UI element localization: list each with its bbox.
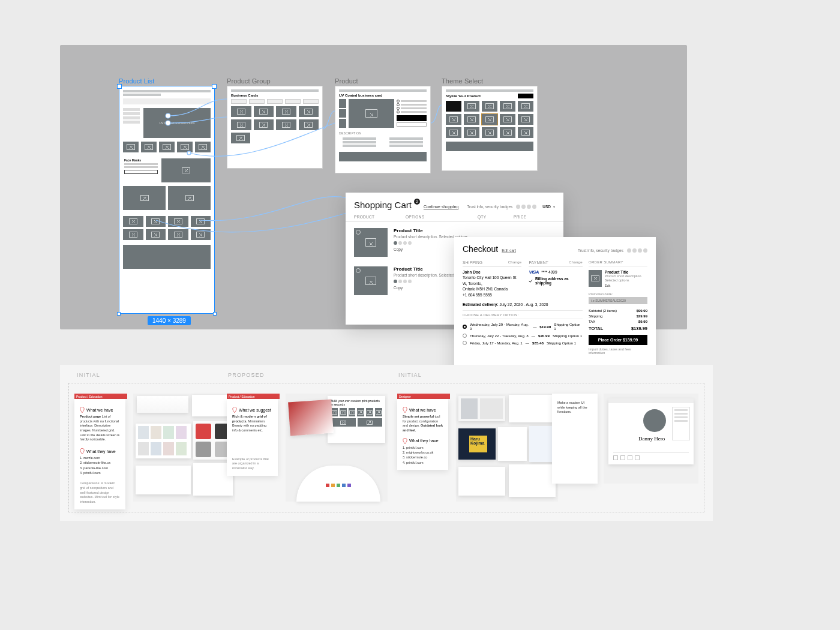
delivery-header: CHOOSE A DELIVERY OPTION: — [463, 310, 583, 319]
delivery-option[interactable]: Wednesday, July 29 - Monday, Aug. 9—$19.… — [463, 322, 583, 331]
proposed-designer-tile: Danny Hero — [604, 394, 698, 484]
frame-label-product-list[interactable]: Product List — [119, 77, 154, 85]
shipping-phone: +1 604 555 5555 — [463, 293, 492, 297]
change-payment-link[interactable]: Change — [569, 260, 583, 265]
cart-item-title: Product Title — [394, 228, 468, 233]
edit-product-link[interactable]: Edit — [605, 284, 647, 287]
radio-icon — [463, 334, 467, 338]
change-shipping-link[interactable]: Change — [508, 260, 522, 265]
shipping-addr2: Ontario M5H 2N1 Canada — [463, 287, 508, 291]
place-order-button[interactable]: Place Order $139.99 — [589, 335, 647, 345]
pin-icon — [232, 407, 237, 413]
pin-icon — [80, 407, 85, 413]
cart-title: Shopping Cart — [354, 200, 412, 210]
p-desc-h: DESCRIPTION — [339, 131, 427, 135]
cart-columns: PRODUCT OPTIONS QTY PRICE — [346, 215, 563, 222]
designer-tiles: Haru Kojima — [456, 394, 558, 502]
label-initial-1: INITIAL — [77, 372, 100, 378]
continue-shopping-link[interactable]: Continue shopping — [424, 205, 458, 209]
card-tab: Designer — [397, 394, 450, 399]
cart-item-thumb[interactable] — [354, 228, 388, 257]
design-canvas-root: Basic Flow Product List Product Group Pr… — [0, 0, 840, 630]
trust-label: Trust info, security badges — [467, 205, 512, 209]
delivery-option[interactable]: Friday, July 17 - Monday, Aug. 1—$35.48S… — [463, 341, 583, 345]
label-initial-2: INITIAL — [398, 372, 422, 378]
remove-icon[interactable] — [356, 230, 361, 235]
card-brand: VISA — [529, 269, 539, 275]
frame-label-product[interactable]: Product — [335, 77, 358, 85]
delivery-option[interactable]: Thursday, July 22 - Tuesday, Aug. 3—$20.… — [463, 334, 583, 338]
chevron-down-icon: ▾ — [553, 205, 555, 209]
frame-product-group[interactable]: Business Cards — [227, 86, 323, 169]
p-title: UV Coated business card — [339, 94, 427, 97]
frame-theme-select[interactable]: Stylize Your Product — [442, 86, 538, 171]
check-icon — [529, 279, 533, 283]
checkout-panel: Checkout Edit cart Trust info, security … — [454, 237, 656, 378]
pin-icon — [80, 448, 85, 454]
label-proposed-1: PROPOSED — [228, 372, 265, 378]
frame-label-theme-select[interactable]: Theme Select — [442, 77, 483, 85]
card-tab: Product / Education — [227, 394, 280, 399]
billing-same: Billing address as shipping — [535, 277, 583, 285]
ts-title: Stylize Your Product — [446, 94, 481, 98]
edit-cart-link[interactable]: Edit cart — [502, 248, 516, 253]
proposed-tiles: Build your own custom print products in … — [286, 394, 388, 502]
hero-caption: UV Coated business cards — [159, 121, 194, 125]
promo-input[interactable]: i.e SUMMERSALE2020 — [589, 297, 647, 304]
shipping-addr1: Toronto City Hall 100 Queen St W, Toront… — [463, 275, 517, 285]
comparison-section: INITIAL PROPOSED INITIAL Product / Educa… — [60, 365, 713, 521]
cart-item-thumb[interactable] — [354, 266, 388, 295]
card-last4: **** 4999 — [541, 270, 557, 274]
pg-title: Business Cards — [231, 94, 319, 97]
summary-thumb — [589, 270, 602, 287]
cart-count-badge: 2 — [414, 199, 420, 205]
remove-icon[interactable] — [356, 268, 361, 273]
trust-label: Trust info, security badges — [578, 248, 623, 253]
selection-dimensions: 1440 × 3289 — [148, 316, 191, 325]
trust-badges — [515, 205, 536, 209]
frame-product-list[interactable]: UV Coated business cards Face Masks — [119, 86, 215, 314]
shipping-name: John Doe — [463, 270, 481, 274]
pin-icon — [403, 407, 407, 413]
radio-icon — [463, 325, 467, 329]
trust-badges — [626, 248, 647, 253]
pin-icon — [403, 438, 407, 444]
section-title: Face Masks — [124, 158, 159, 162]
frame-label-product-group[interactable]: Product Group — [227, 77, 271, 85]
competitor-tiles — [133, 394, 235, 502]
radio-icon — [463, 341, 467, 345]
frame-product[interactable]: UV Coated business card DESCRIPTION — [335, 86, 431, 173]
card-tab: Product / Education — [74, 394, 127, 399]
currency-select[interactable]: USD — [542, 205, 551, 209]
checkout-title: Checkout — [463, 244, 498, 254]
